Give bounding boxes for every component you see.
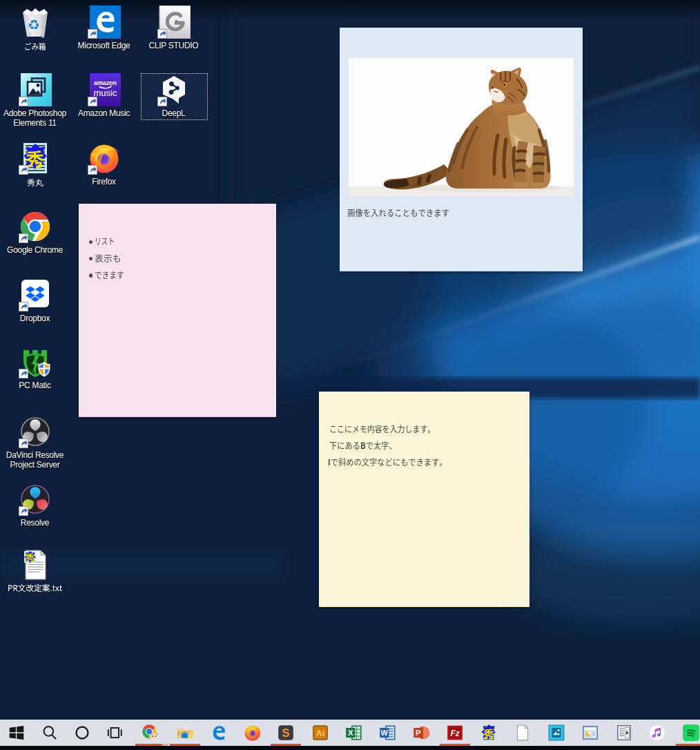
svg-text:Fz: Fz — [450, 729, 459, 738]
svg-text:X: X — [348, 729, 353, 737]
svg-text:W: W — [381, 729, 389, 737]
svg-text:Ai: Ai — [316, 729, 324, 738]
svg-text:amazon: amazon — [94, 79, 117, 86]
svg-text:S: S — [282, 727, 290, 739]
svg-text:P: P — [416, 729, 421, 737]
svg-text:music: music — [93, 88, 117, 98]
